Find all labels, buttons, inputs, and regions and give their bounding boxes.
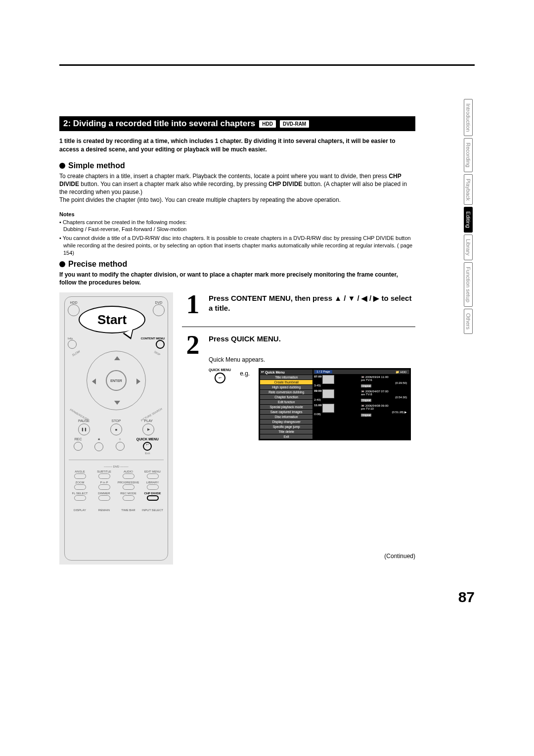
step-text: Quick Menu appears. [209, 356, 415, 363]
simple-heading-text: Simple method [68, 161, 125, 170]
tab-editing: Editing [464, 207, 473, 233]
note-2: You cannot divide a title of a DVD-R/RW … [59, 235, 415, 257]
badge-hdd: HDD [259, 120, 276, 128]
top-rule [59, 64, 475, 66]
notes-heading: Notes [59, 211, 415, 217]
quick-menu-button: ↩ [143, 442, 152, 451]
step-number: 2 [182, 333, 204, 441]
tab-introduction: Introduction [464, 99, 473, 136]
continued-label: (Continued) [384, 553, 415, 560]
step-title: Press CONTENT MENU, then press ▲ / ▼ / ◀… [209, 293, 415, 313]
side-tabs: Introduction Recording Playback Editing … [464, 99, 475, 336]
bullet-icon [59, 163, 65, 169]
simple-body: To create chapters in a title, insert a … [59, 172, 415, 204]
precise-body: If you want to modify the chapter divisi… [59, 271, 415, 286]
tab-recording: Recording [464, 138, 473, 172]
section-title: 2: Dividing a recorded title into severa… [63, 119, 255, 129]
dpad: ENTER [87, 351, 146, 410]
chp-divide-label: CHP DIVIDE [144, 492, 161, 495]
start-callout: Start [79, 306, 145, 333]
quick-menu-icon-callout: QUICK MENU ↩ [209, 368, 231, 384]
page-number: 87 [458, 589, 475, 606]
step-number: 1 [182, 292, 204, 317]
section-title-bar: 2: Dividing a recorded title into severa… [59, 116, 415, 131]
precise-method-heading: Precise method [59, 260, 415, 269]
step-1: 1 Press CONTENT MENU, then press ▲ / ▼ /… [182, 292, 415, 324]
tab-others: Others [464, 309, 473, 334]
remote-control-diagram: Start HDD DVD Info CONTENT MENU SLOW [59, 292, 173, 565]
intro-text: 1 title is created by recording at a tim… [59, 137, 415, 154]
steps-panel: 1 Press CONTENT MENU, then press ▲ / ▼ /… [182, 292, 415, 565]
quick-menu-screenshot: ↩Quick Menu Title information Create thu… [259, 368, 411, 440]
note-1: Chapters cannot be created in the follow… [59, 219, 415, 234]
badge-dvd-ram: DVD-RAM [280, 120, 309, 128]
tab-function-setup: Function setup [464, 262, 473, 307]
quick-menu-label: QUICK MENU [136, 437, 159, 441]
tab-library: Library [464, 235, 473, 260]
step-title: Press QUICK MENU. [209, 334, 415, 344]
step-divider [182, 327, 415, 327]
enter-button: ENTER [106, 370, 127, 391]
notes-block: Notes Chapters cannot be created in the … [59, 211, 415, 257]
bullet-icon [59, 261, 65, 267]
tab-playback: Playback [464, 174, 473, 205]
main-content: 2: Dividing a recorded title into severa… [59, 116, 415, 565]
eg-label: e.g. [240, 368, 250, 377]
remote-bottom-buttons: ––––– DVD ––––– ANGLE SUBTITLE AUDIO EDI… [68, 465, 165, 512]
step-2: 2 Press QUICK MENU. Quick Menu appears. … [182, 333, 415, 448]
precise-heading-text: Precise method [68, 260, 127, 269]
simple-method-heading: Simple method [59, 161, 415, 170]
